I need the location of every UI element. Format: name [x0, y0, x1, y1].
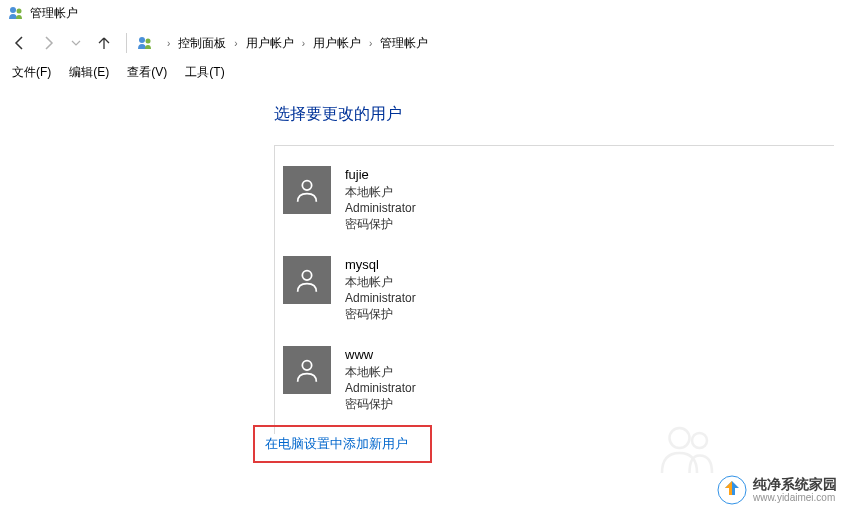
- watermark-url: www.yidaimei.com: [753, 492, 837, 503]
- background-decoration-icon: [657, 418, 717, 481]
- accounts-container: fujie 本地帐户 Administrator 密码保护 mysql 本地帐户…: [274, 145, 834, 434]
- chevron-right-icon: ›: [369, 38, 372, 49]
- svg-point-4: [302, 181, 311, 190]
- add-user-highlight: 在电脑设置中添加新用户: [253, 425, 432, 463]
- svg-point-6: [302, 361, 311, 370]
- account-password: 密码保护: [345, 216, 416, 232]
- breadcrumb-item[interactable]: 控制面板: [176, 35, 228, 52]
- watermark-text: 纯净系统家园 www.yidaimei.com: [753, 477, 837, 503]
- watermark-title: 纯净系统家园: [753, 477, 837, 492]
- account-item[interactable]: fujie 本地帐户 Administrator 密码保护: [275, 164, 555, 234]
- account-info: fujie 本地帐户 Administrator 密码保护: [345, 166, 416, 232]
- separator: [126, 33, 127, 53]
- svg-point-8: [692, 433, 707, 448]
- account-item[interactable]: mysql 本地帐户 Administrator 密码保护: [275, 254, 555, 324]
- account-role: Administrator: [345, 380, 416, 396]
- menu-tools[interactable]: 工具(T): [181, 62, 228, 83]
- svg-point-3: [146, 39, 151, 44]
- chevron-right-icon: ›: [302, 38, 305, 49]
- svg-point-7: [670, 428, 690, 448]
- account-password: 密码保护: [345, 306, 416, 322]
- menu-bar: 文件(F) 编辑(E) 查看(V) 工具(T): [0, 60, 847, 84]
- account-role: Administrator: [345, 200, 416, 216]
- window-title: 管理帐户: [30, 5, 78, 22]
- breadcrumb-item[interactable]: 用户帐户: [311, 35, 363, 52]
- user-accounts-icon: [137, 35, 153, 51]
- watermark: 纯净系统家园 www.yidaimei.com: [717, 475, 837, 505]
- chevron-right-icon: ›: [234, 38, 237, 49]
- accounts-grid: fujie 本地帐户 Administrator 密码保护 mysql 本地帐户…: [275, 164, 834, 434]
- menu-file[interactable]: 文件(F): [8, 62, 55, 83]
- title-bar: 管理帐户: [0, 0, 847, 26]
- account-type: 本地帐户: [345, 274, 416, 290]
- account-info: www 本地帐户 Administrator 密码保护: [345, 346, 416, 412]
- account-name: www: [345, 346, 416, 364]
- breadcrumb-item[interactable]: 管理帐户: [378, 35, 430, 52]
- account-info: mysql 本地帐户 Administrator 密码保护: [345, 256, 416, 322]
- breadcrumb-item[interactable]: 用户帐户: [244, 35, 296, 52]
- user-accounts-icon: [8, 5, 24, 21]
- avatar-icon: [283, 166, 331, 214]
- avatar-icon: [283, 256, 331, 304]
- account-item[interactable]: www 本地帐户 Administrator 密码保护: [275, 344, 555, 414]
- back-button[interactable]: [8, 31, 32, 55]
- main-content: 选择要更改的用户 fujie 本地帐户 Administrator 密码保护 m…: [0, 84, 847, 434]
- recent-dropdown[interactable]: [64, 31, 88, 55]
- svg-point-5: [302, 271, 311, 280]
- forward-button[interactable]: [36, 31, 60, 55]
- svg-point-1: [17, 9, 22, 14]
- svg-point-0: [10, 7, 16, 13]
- chevron-right-icon: ›: [167, 38, 170, 49]
- breadcrumb[interactable]: › 控制面板 › 用户帐户 › 用户帐户 › 管理帐户: [137, 35, 430, 52]
- menu-view[interactable]: 查看(V): [123, 62, 171, 83]
- page-heading: 选择要更改的用户: [274, 104, 847, 125]
- account-name: mysql: [345, 256, 416, 274]
- account-role: Administrator: [345, 290, 416, 306]
- watermark-logo-icon: [717, 475, 747, 505]
- avatar-icon: [283, 346, 331, 394]
- svg-point-2: [139, 37, 145, 43]
- account-type: 本地帐户: [345, 364, 416, 380]
- nav-bar: › 控制面板 › 用户帐户 › 用户帐户 › 管理帐户: [0, 26, 847, 60]
- account-password: 密码保护: [345, 396, 416, 412]
- menu-edit[interactable]: 编辑(E): [65, 62, 113, 83]
- account-name: fujie: [345, 166, 416, 184]
- up-button[interactable]: [92, 31, 116, 55]
- account-type: 本地帐户: [345, 184, 416, 200]
- add-user-link[interactable]: 在电脑设置中添加新用户: [265, 436, 408, 451]
